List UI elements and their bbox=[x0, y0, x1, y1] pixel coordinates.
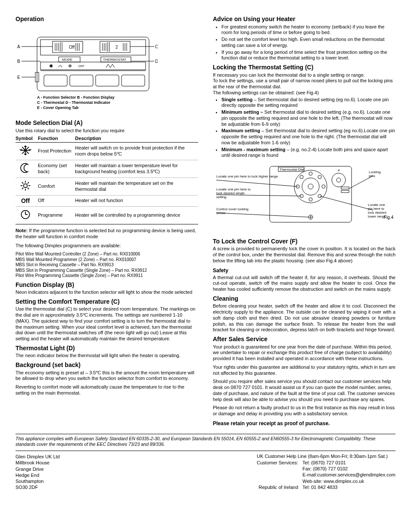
svg-text:D: D bbox=[155, 59, 158, 64]
thermostat-light-heading: Thermostat Light (D) bbox=[16, 345, 198, 352]
table-row: ComfortHeater will maintain the temperat… bbox=[16, 177, 198, 195]
svg-text:C - Thermostat   D - Thermosta: C - Thermostat D - Thermostat Indicator bbox=[37, 100, 111, 105]
after-sales-p3: Should you require after sales service y… bbox=[213, 379, 395, 402]
svg-text:A: A bbox=[17, 44, 20, 49]
figure-1: Off 2 MODE THERMOSTAT ✱ ❄ OFF bbox=[16, 28, 158, 114]
svg-line-53 bbox=[22, 188, 23, 189]
footer: Glen Dimplex UK LtdMillbrook HouseGrange… bbox=[16, 454, 395, 491]
after-sales-p4: Please do not return a faulty product to… bbox=[213, 405, 395, 417]
svg-text:Control cover lockingscrew: Control cover lockingscrew bbox=[216, 207, 249, 215]
svg-text:2: 2 bbox=[115, 45, 118, 50]
svg-text:MODE: MODE bbox=[62, 58, 72, 62]
symbol-cell: Off bbox=[16, 195, 38, 207]
table-row: Economy (set back)Heater will maintain a… bbox=[16, 160, 198, 178]
svg-text:A - Function Selector   B - Fu: A - Function Selector B - Function Displ… bbox=[37, 95, 115, 100]
svg-line-89 bbox=[320, 196, 373, 210]
svg-rect-34 bbox=[121, 75, 145, 86]
thermostat-light-text: The neon indicator below the thermostat … bbox=[16, 353, 198, 359]
svg-line-55 bbox=[22, 182, 23, 184]
svg-text:Locate one pin here to lock hi: Locate one pin here to lock higher range bbox=[216, 174, 278, 178]
svg-text:Thermostat Dial: Thermostat Dial bbox=[280, 168, 304, 171]
svg-text:THERMOSTAT: THERMOSTAT bbox=[103, 58, 126, 62]
background-text-2: Reverting to comfort mode will automatic… bbox=[16, 384, 198, 396]
svg-text:C: C bbox=[155, 44, 158, 49]
svg-rect-1 bbox=[40, 40, 146, 55]
svg-point-72 bbox=[336, 178, 341, 182]
svg-point-71 bbox=[332, 173, 346, 187]
svg-text:4: 4 bbox=[338, 168, 340, 172]
separator-2 bbox=[16, 451, 395, 451]
svg-point-65 bbox=[322, 185, 325, 188]
locking-p2: To lock the settings, use a small pair o… bbox=[213, 78, 395, 90]
help-line-header: UK Customer Help Line (8am-6pm Mon-Fri; … bbox=[257, 454, 395, 460]
footer-contact-values: Tel: (0870) 727 0101Fax: (0870) 727 0102… bbox=[302, 460, 395, 490]
symbol-cell bbox=[16, 177, 38, 195]
table-row: OffOffHeater will not function bbox=[16, 195, 198, 207]
right-column: Advice on Using your Heater For greatest… bbox=[213, 13, 395, 428]
advice-list: For greatest economy switch the heater t… bbox=[213, 24, 395, 62]
mode-intro: Use this rotary dial to select the funct… bbox=[16, 128, 198, 134]
description-cell: Heater will not function bbox=[75, 195, 198, 207]
cleaning-heading: Cleaning bbox=[213, 295, 395, 303]
footer-address: Glen Dimplex UK LtdMillbrook HouseGrange… bbox=[16, 454, 60, 491]
function-cell: Off bbox=[38, 195, 75, 207]
svg-rect-31 bbox=[44, 75, 67, 86]
footer-contact-labels: Customer Services: Republic of Ireland bbox=[257, 460, 298, 490]
lock-cover-text: A screw is provided to permanently lock … bbox=[213, 246, 395, 264]
after-sales-p2: Your rights under this guarantee are add… bbox=[213, 364, 395, 376]
description-cell: Heater will be controlled by a programmi… bbox=[75, 207, 198, 224]
mode-table: Symbol Function Description Frost Protec… bbox=[16, 135, 198, 224]
function-display-heading: Function Display (B) bbox=[16, 281, 198, 289]
table-row: ProgrammeHeater will be controlled by a … bbox=[16, 207, 198, 224]
function-display-text: Neon indicators adjacent to the function… bbox=[16, 289, 198, 296]
background-text-1: The economy setting is preset at – 3.5ºC… bbox=[16, 370, 198, 382]
figure-4: 4 Thermostat Dial Locate one pin here to… bbox=[213, 163, 395, 232]
function-cell: Economy (set back) bbox=[38, 160, 75, 178]
svg-text:Lockingpins: Lockingpins bbox=[369, 170, 381, 178]
svg-text:✱: ✱ bbox=[49, 63, 53, 68]
footer-contacts-block: UK Customer Help Line (8am-6pm Mon-Fri; … bbox=[257, 454, 395, 491]
retain-receipt: Please retain your receipt as proof of p… bbox=[213, 420, 395, 427]
col-description: Description bbox=[75, 135, 198, 143]
symbol-cell bbox=[16, 143, 38, 160]
svg-point-49 bbox=[24, 184, 28, 187]
svg-rect-33 bbox=[96, 75, 119, 86]
left-column: Operation Off 2 MODE bbox=[16, 13, 198, 428]
svg-point-62 bbox=[308, 184, 313, 189]
after-sales-p1: Your product is guaranteed for one year … bbox=[213, 344, 395, 362]
col-symbol: Symbol bbox=[16, 135, 38, 143]
svg-line-85 bbox=[216, 213, 308, 217]
setting-comfort-text: Use the thermostat dial (C) to select yo… bbox=[16, 306, 198, 342]
svg-rect-74 bbox=[341, 187, 349, 189]
mode-heading: Mode Selection Dial (A) bbox=[16, 119, 198, 127]
cleaning-text: Before cleaning your heater, switch off … bbox=[213, 303, 395, 333]
programmers-list: Pilot Wire Wall Mounted Controller (2 Zo… bbox=[16, 252, 198, 279]
function-cell: Comfort bbox=[38, 177, 75, 195]
lock-cover-heading: To Lock the Control Cover (F) bbox=[213, 238, 395, 246]
setting-comfort-heading: Setting the Comfort Temperature (C) bbox=[16, 298, 198, 306]
svg-rect-26 bbox=[40, 62, 146, 70]
locking-p1: If necessary you can lock the thermostat… bbox=[213, 72, 395, 78]
after-sales-heading: After Sales Service bbox=[213, 336, 395, 343]
operation-heading: Operation bbox=[16, 16, 198, 23]
function-cell: Frost Protection bbox=[38, 143, 75, 160]
svg-text:E - Cover Opening Tab: E - Cover Opening Tab bbox=[37, 106, 79, 110]
description-cell: Heater will maintain the temperature set… bbox=[75, 177, 198, 195]
function-cell: Programme bbox=[38, 207, 75, 224]
separator bbox=[16, 434, 395, 434]
compliance-text: This appliance complies with European Sa… bbox=[16, 436, 395, 447]
svg-rect-32 bbox=[70, 75, 93, 86]
svg-text:E: E bbox=[17, 75, 20, 80]
svg-line-51 bbox=[28, 188, 29, 189]
symbol-cell bbox=[16, 207, 38, 224]
advice-heading: Advice on Using your Heater bbox=[213, 16, 395, 23]
description-cell: Heater will maintain a lower temperature… bbox=[75, 160, 198, 178]
safety-text: A thermal cut-out will switch off the he… bbox=[213, 275, 395, 292]
svg-text:B: B bbox=[17, 59, 20, 64]
svg-point-61 bbox=[302, 178, 319, 195]
locking-list: Single setting – Set thermostat dial to … bbox=[213, 97, 395, 159]
svg-rect-75 bbox=[341, 190, 349, 193]
svg-rect-59 bbox=[270, 166, 352, 222]
svg-point-64 bbox=[318, 175, 321, 179]
svg-text:❄: ❄ bbox=[68, 63, 72, 68]
